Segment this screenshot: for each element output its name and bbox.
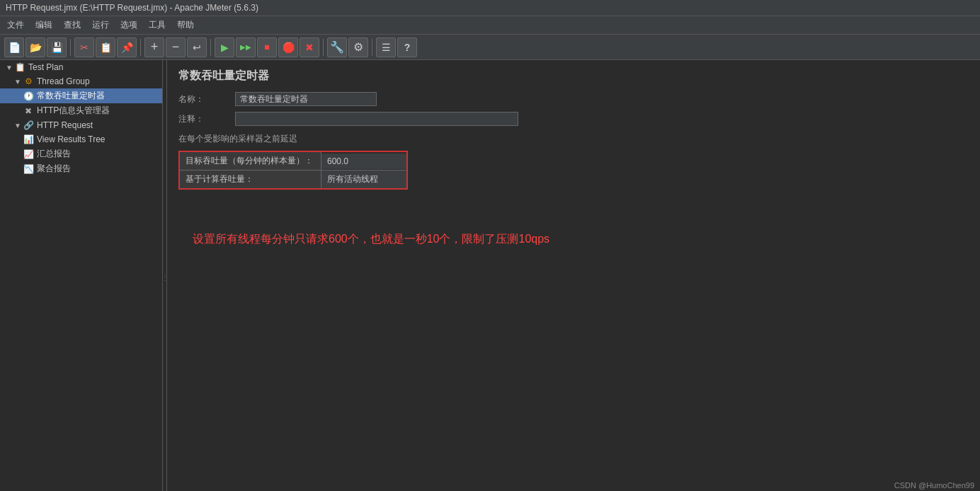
panel-title: 常数吞吐量定时器 [178,69,969,83]
bottom-bar: CSDN @HumoChen99 [889,480,980,491]
main-layout: ▼ 📋 Test Plan ▼ ⚙ Thread Group 🕐 常数吞吐量定时… [0,60,980,491]
tree-label-thread-group: Thread Group [37,76,90,86]
undo-button[interactable]: ↩ [187,37,207,57]
menu-run[interactable]: 运行 [88,18,113,33]
menu-tools[interactable]: 工具 [144,18,170,33]
copy-button[interactable]: 📋 [96,37,115,57]
toolbar-sep-5 [372,39,372,56]
remove-button[interactable]: − [166,37,186,57]
tree-item-http-request[interactable]: ▼ 🔗 HTTP Request [0,118,162,132]
tree-label-test-plan: Test Plan [28,62,63,72]
based-on-value: 所有活动线程 [321,171,406,188]
tree-label-timer: 常数吞吐量定时器 [37,90,105,102]
arrow-test-plan: ▼ [6,64,14,71]
stop-button[interactable]: ⏹ [257,37,277,57]
help-button[interactable]: ? [397,37,417,57]
section-label: 在每个受影响的采样器之前延迟 [178,133,969,145]
timer-icon: 🕐 [23,91,34,102]
throughput-row: 目标吞吐量（每分钟的样本量）： [180,152,406,171]
arrow-thread-group: ▼ [14,78,23,86]
tree-item-aggregate-report[interactable]: 📉 聚合报告 [0,161,162,176]
toolbar-sep-1 [70,39,71,56]
name-row: 名称： [178,92,969,106]
tree-item-summary-report[interactable]: 📈 汇总报告 [0,146,162,161]
tree-item-header-manager[interactable]: ✖ HTTP信息头管理器 [0,103,162,118]
cut-button[interactable]: ✂ [74,37,94,57]
throughput-label: 目标吞吐量（每分钟的样本量）： [180,152,321,170]
open-button[interactable]: 📂 [25,37,45,57]
menu-file[interactable]: 文件 [3,18,28,33]
stop-all-button[interactable]: 🛑 [278,37,298,57]
test-plan-icon: 📋 [14,62,25,73]
tree-item-thread-group[interactable]: ▼ ⚙ Thread Group [0,74,162,88]
tree-item-test-plan[interactable]: ▼ 📋 Test Plan [0,60,162,74]
http-request-icon: 🔗 [23,120,34,131]
title-text: HTTP Request.jmx (E:\HTTP Request.jmx) -… [6,3,258,13]
start-button[interactable]: ▶ [215,37,234,57]
save-button[interactable]: 💾 [47,37,67,57]
tree-item-timer[interactable]: 🕐 常数吞吐量定时器 [0,88,162,103]
remote-start-button[interactable]: 🔧 [327,37,347,57]
summary-icon: 📈 [23,149,34,160]
aggregate-icon: 📉 [23,163,34,175]
remote-option-button[interactable]: ⚙ [348,37,368,57]
add-button[interactable]: + [144,37,164,57]
menu-edit[interactable]: 编辑 [31,18,57,33]
toolbar-sep-4 [323,39,324,56]
comment-input[interactable] [235,112,518,126]
view-results-icon: 📊 [23,134,34,145]
bottom-text: CSDN @HumoChen99 [894,481,974,490]
toolbar-sep-2 [140,39,141,56]
name-label: 名称： [178,93,235,105]
annotation-text: 设置所有线程每分钟只请求600个，也就是一秒10个，限制了压测10qps [178,232,969,247]
new-button[interactable]: 📄 [4,37,24,57]
toolbar-sep-3 [210,39,211,56]
menu-bar: 文件 编辑 查找 运行 选项 工具 帮助 [0,16,980,35]
menu-options[interactable]: 选项 [116,18,142,33]
comment-label: 注释： [178,113,235,125]
config-table: 目标吞吐量（每分钟的样本量）： 基于计算吞吐量： 所有活动线程 [178,151,408,190]
header-icon: ✖ [23,105,34,117]
comment-row: 注释： [178,112,969,126]
title-bar: HTTP Request.jmx (E:\HTTP Request.jmx) -… [0,0,980,16]
throughput-input[interactable] [321,154,406,169]
toolbar: 📄 📂 💾 ✂ 📋 📌 + − ↩ ▶ ▶▶ ⏹ 🛑 ✖ 🔧 ⚙ ☰ ? [0,35,980,60]
tree-label-header: HTTP信息头管理器 [37,105,110,117]
tree-label-http: HTTP Request [37,120,93,130]
tree-label-aggregate: 聚合报告 [37,163,71,175]
name-input[interactable] [235,92,377,106]
list-button[interactable]: ☰ [376,37,396,57]
right-panel: 常数吞吐量定时器 名称： 注释： 在每个受影响的采样器之前延迟 目标吞吐量（每分… [167,60,980,491]
tree-label-summary: 汇总报告 [37,148,71,160]
tree-label-view-results: View Results Tree [37,134,106,144]
start-no-pause-button[interactable]: ▶▶ [236,37,256,57]
clear-button[interactable]: ✖ [300,37,319,57]
paste-button[interactable]: 📌 [117,37,137,57]
arrow-http-request: ▼ [14,122,23,129]
based-on-row: 基于计算吞吐量： 所有活动线程 [180,171,406,188]
based-on-label: 基于计算吞吐量： [180,171,321,188]
left-panel: ▼ 📋 Test Plan ▼ ⚙ Thread Group 🕐 常数吞吐量定时… [0,60,163,491]
menu-help[interactable]: 帮助 [173,18,198,33]
menu-find[interactable]: 查找 [59,18,85,33]
thread-group-icon: ⚙ [23,76,34,87]
tree-item-view-results[interactable]: 📊 View Results Tree [0,132,162,146]
